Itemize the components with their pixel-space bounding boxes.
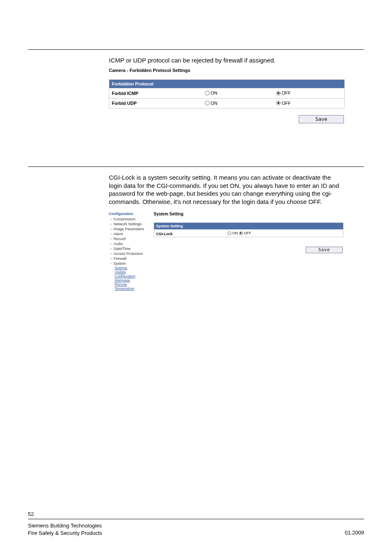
sidebar-item-alarm[interactable]: Alarm — [109, 231, 149, 236]
radio-label: ON — [211, 101, 218, 106]
row-label: CGI-Lock — [154, 229, 226, 237]
sidebar-link-mainpage[interactable]: Mainpage — [109, 278, 149, 282]
sidebar-item-image[interactable]: Image Parameters — [109, 227, 149, 231]
sidebar-item-compression[interactable]: Compression — [109, 217, 149, 222]
radio-icon — [205, 101, 210, 105]
footer-date: 01.2009 — [345, 530, 364, 536]
footer-line1: Siemens Building Technologies — [28, 522, 102, 530]
forbid-udp-on-radio[interactable]: ON — [205, 101, 218, 106]
forbidden-protocol-title: Camera - Forbidden Protocol Settings — [109, 68, 190, 73]
sidebar-item-record[interactable]: Record — [109, 236, 149, 241]
radio-label: OFF — [244, 231, 251, 235]
radio-label: OFF — [282, 90, 291, 95]
forbid-udp-off-radio[interactable]: OFF — [276, 101, 291, 106]
sidebar-link-temperature[interactable]: Temperature — [109, 287, 149, 291]
radio-icon — [276, 91, 281, 95]
radio-icon — [205, 91, 210, 95]
radio-icon — [276, 101, 281, 105]
sidebar-link-settings[interactable]: Settings — [109, 266, 149, 270]
row-label: Forbid UDP — [109, 98, 203, 109]
table-row: CGI-Lock ON OFF — [154, 229, 344, 237]
sidebar-link-configuration[interactable]: Configuration — [109, 274, 149, 278]
sidebar-item-access[interactable]: Access Protection — [109, 251, 149, 256]
system-setting-table: System Setting CGI-Lock ON OFF — [154, 222, 344, 237]
forbid-icmp-on-radio[interactable]: ON — [205, 90, 218, 95]
forbidden-protocol-table: Forbidden Protocol Forbid ICMP ON OFF Fo… — [109, 79, 345, 109]
sidebar-link-remote[interactable]: Remote — [109, 282, 149, 287]
sidebar-link-update[interactable]: Update — [109, 270, 149, 274]
sidebar-item-datetime[interactable]: Date/Time — [109, 246, 149, 251]
divider-mid — [28, 166, 364, 167]
divider-top — [28, 49, 364, 50]
radio-label: ON — [233, 231, 238, 235]
fp-header: Forbidden Protocol — [109, 80, 345, 88]
table-row: Forbid UDP ON OFF — [109, 98, 345, 109]
config-sidebar: Configuration Compression Network Settin… — [109, 212, 149, 291]
cgi-lock-on-radio[interactable]: ON — [228, 231, 238, 235]
radio-icon — [228, 231, 231, 235]
radio-label: ON — [211, 90, 218, 95]
radio-icon — [239, 231, 243, 235]
radio-label: OFF — [282, 101, 291, 106]
sidebar-item-audio[interactable]: Audio — [109, 241, 149, 246]
footer-left: Siemens Building Technologies Fire Safet… — [28, 522, 102, 537]
ss-header: System Setting — [154, 223, 344, 230]
save-button[interactable]: Save — [306, 247, 343, 253]
divider-footer — [28, 519, 364, 519]
save-button[interactable]: Save — [299, 115, 344, 123]
system-setting-title: System Setting — [154, 212, 183, 216]
row-label: Forbid ICMP — [109, 88, 203, 99]
cgi-lock-off-radio[interactable]: OFF — [239, 231, 251, 235]
section1-intro: ICMP or UDP protocol can be rejected by … — [109, 57, 275, 64]
forbid-icmp-off-radio[interactable]: OFF — [276, 90, 291, 95]
sidebar-item-firewall[interactable]: Firewall — [109, 256, 149, 261]
page-number: 52 — [28, 511, 34, 517]
footer-line2: Fire Safety & Security Products — [28, 530, 102, 537]
sidebar-title: Configuration — [109, 212, 149, 216]
sidebar-item-system[interactable]: System — [109, 261, 149, 266]
table-row: Forbid ICMP ON OFF — [109, 88, 345, 99]
section2-intro: CGI-Lock is a system security setting. I… — [109, 173, 343, 206]
sidebar-item-network[interactable]: Network Settings — [109, 222, 149, 227]
